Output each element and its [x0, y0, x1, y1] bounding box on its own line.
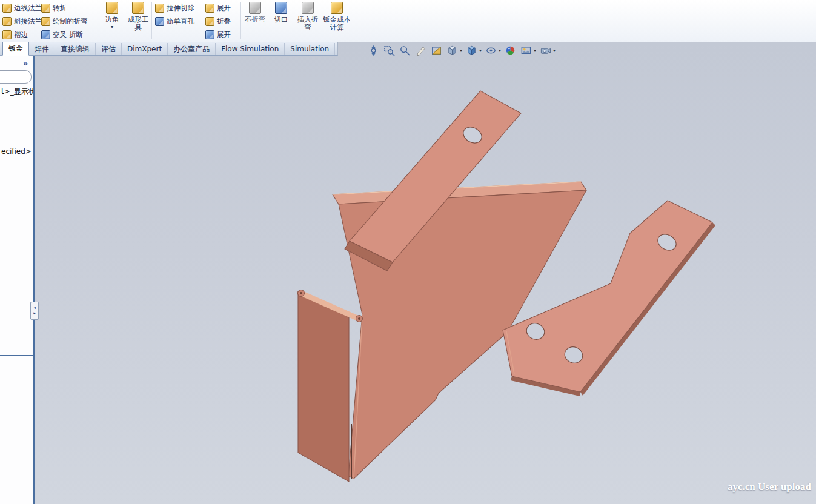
flatten-icon — [205, 30, 214, 39]
bend-group: 转折 绘制的折弯 交叉-折断 — [40, 0, 88, 41]
tab-evaluate[interactable]: 评估 — [96, 43, 122, 55]
insert-bends-label: 插入折弯 — [294, 16, 321, 31]
model-side-flange-face[interactable] — [298, 291, 349, 482]
panel-expand-chevron-icon[interactable]: » — [23, 59, 28, 68]
corner-icon — [106, 2, 118, 14]
edge-flange-icon — [2, 4, 12, 13]
unfold-label: 展开 — [217, 4, 231, 13]
cut-group: 拉伸切除 简单直孔 — [154, 0, 194, 28]
tab-dimxpert[interactable]: DimXpert — [122, 43, 168, 55]
forming-tools-button[interactable]: 成形工具 — [125, 2, 151, 31]
forming-tools-icon — [132, 2, 144, 14]
model-hem-curl-left-core — [300, 292, 302, 294]
hem-icon — [2, 30, 12, 39]
cross-break-icon — [41, 30, 50, 39]
forming-tools-label: 成形工具 — [125, 16, 151, 31]
zoom-to-area-icon[interactable] — [383, 44, 396, 56]
extruded-cut-button[interactable]: 拉伸切除 — [154, 1, 194, 15]
hide-show-items-caret-icon[interactable]: ▾ — [499, 48, 501, 53]
flange-group: 边线法兰 斜接法兰 褶边 — [1, 0, 42, 41]
simple-hole-icon — [155, 17, 164, 26]
cross-break-button[interactable]: 交叉-折断 — [40, 28, 88, 41]
view-orientation-icon[interactable] — [446, 44, 459, 56]
rip-icon — [275, 2, 287, 14]
jog-icon — [41, 4, 50, 13]
toolbar-separator — [202, 2, 202, 39]
feature-panel: » t>_显示状 ecified> — [0, 55, 35, 504]
feature-search-input[interactable] — [0, 70, 32, 84]
tree-item-display-state[interactable]: t>_显示状 — [1, 87, 35, 97]
corner-label: 边角 — [105, 16, 119, 24]
miter-flange-button[interactable]: 斜接法兰 — [1, 15, 42, 28]
commandmanager-tabs: 钣金 焊件 直接编辑 评估 DimXpert 办公室产品 Flow Simula… — [0, 42, 338, 56]
toolbar-separator — [151, 2, 152, 39]
toolbar-separator — [124, 2, 124, 39]
zoom-to-fit-icon[interactable] — [367, 44, 380, 56]
command-ribbon: 边线法兰 斜接法兰 褶边 转折 绘制的折弯 交叉-折断 — [0, 0, 816, 42]
flatten-label: 展开 — [217, 30, 231, 39]
insert-bends-button[interactable]: 插入折弯 — [294, 2, 321, 31]
costing-label: 钣金成本计算 — [323, 16, 351, 31]
fold-group: 展开 折叠 展开 — [204, 0, 231, 41]
edit-appearance-icon[interactable] — [504, 44, 517, 56]
display-style-caret-icon[interactable]: ▾ — [479, 48, 482, 53]
extruded-cut-icon — [155, 4, 164, 13]
corner-caret-icon[interactable]: ▾ — [111, 25, 113, 30]
jog-label: 转折 — [53, 4, 67, 13]
splitter-right-arrow-icon: ▸ — [33, 311, 36, 316]
unfold-icon — [205, 4, 214, 13]
unfold-button[interactable]: 展开 — [204, 1, 231, 15]
tab-weldments[interactable]: 焊件 — [29, 43, 55, 55]
model-hem-curl-right-core — [358, 317, 360, 320]
sketched-bend-button[interactable]: 绘制的折弯 — [40, 15, 88, 28]
flatten-button[interactable]: 展开 — [204, 28, 231, 41]
costing-button[interactable]: 钣金成本计算 — [323, 2, 351, 31]
graphics-viewport[interactable] — [0, 42, 816, 504]
no-bends-button[interactable]: 不折弯 — [242, 2, 268, 24]
miter-flange-icon — [2, 17, 12, 26]
previous-view-icon[interactable] — [414, 44, 427, 56]
tab-flow-simulation[interactable]: Flow Simulation — [216, 43, 285, 55]
jog-button[interactable]: 转折 — [40, 1, 88, 15]
fold-label: 折叠 — [217, 17, 231, 26]
hide-show-items-icon[interactable] — [485, 44, 497, 56]
tab-sheet-metal[interactable]: 钣金 — [2, 42, 29, 56]
view-orientation-caret-icon[interactable]: ▾ — [460, 48, 462, 53]
toolbar-separator — [99, 2, 99, 39]
heads-up-toolbar: ▾ ▾ ▾ ▾ ▾ — [367, 44, 556, 57]
costing-icon — [331, 2, 343, 14]
display-style-icon[interactable] — [465, 44, 478, 56]
fold-button[interactable]: 折叠 — [204, 15, 231, 28]
view-settings-caret-icon[interactable]: ▾ — [553, 48, 556, 53]
tab-simulation[interactable]: Simulation — [285, 43, 335, 55]
corner-button[interactable]: 边角 ▾ — [101, 2, 123, 30]
watermark-text: ayc.cn User upload — [728, 481, 811, 493]
sketched-bend-icon — [41, 17, 50, 26]
rip-button[interactable]: 切口 — [270, 2, 292, 24]
simple-hole-button[interactable]: 简单直孔 — [154, 15, 194, 28]
view-settings-icon[interactable] — [539, 44, 552, 56]
no-bends-label: 不折弯 — [245, 16, 266, 24]
no-bends-icon — [249, 2, 261, 14]
edge-flange-button[interactable]: 边线法兰 — [1, 1, 42, 15]
toolbar-separator — [240, 2, 241, 39]
zoom-icon[interactable] — [399, 44, 411, 56]
simple-hole-label: 简单直孔 — [167, 17, 194, 26]
section-view-icon[interactable] — [430, 44, 443, 56]
apply-scene-icon[interactable] — [520, 44, 532, 56]
insert-bends-icon — [302, 2, 314, 14]
sketched-bend-label: 绘制的折弯 — [53, 17, 88, 26]
miter-flange-label: 斜接法兰 — [14, 17, 42, 26]
tab-office-products[interactable]: 办公室产品 — [168, 43, 216, 55]
splitter-left-arrow-icon: ◂ — [33, 305, 36, 311]
cross-break-label: 交叉-折断 — [53, 30, 83, 39]
panel-splitter-handle[interactable]: ◂ ▸ — [30, 302, 39, 320]
hem-button[interactable]: 褶边 — [1, 28, 42, 41]
model-canvas[interactable] — [0, 42, 816, 504]
tree-item-not-specified[interactable]: ecified> — [1, 147, 32, 156]
apply-scene-caret-icon[interactable]: ▾ — [534, 48, 536, 53]
hem-label: 褶边 — [14, 30, 28, 39]
sheet-metal-part[interactable] — [298, 91, 716, 482]
tab-direct-editing[interactable]: 直接编辑 — [55, 43, 96, 55]
edge-flange-label: 边线法兰 — [14, 4, 42, 13]
